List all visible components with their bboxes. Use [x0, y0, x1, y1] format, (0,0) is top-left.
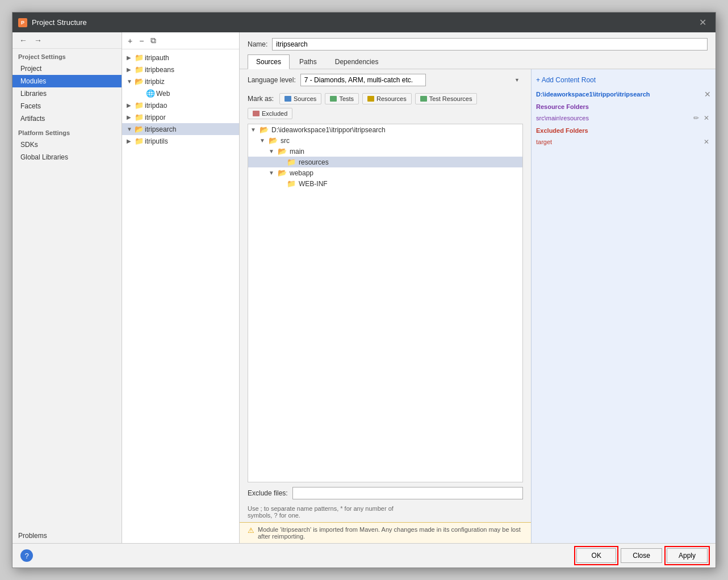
sidebar-item-label: SDKs [20, 141, 38, 149]
sidebar-item-sdks[interactable]: SDKs [12, 138, 122, 151]
file-tree-node-src[interactable]: ▼ 📂 src [248, 135, 522, 146]
module-list: ▶ 📁 itripauth ▶ 📁 itripbeans ▼ 📂 itripbi… [122, 49, 239, 543]
file-tree-node-resources[interactable]: 📁 resources [248, 157, 522, 167]
sidebar-item-problems[interactable]: Problems [12, 528, 122, 543]
tree-node-label: itripsearch [145, 125, 176, 133]
copy-module-button[interactable]: ⧉ [148, 35, 158, 47]
warning-bar: ⚠ Module 'itripsearch' is imported from … [240, 522, 531, 543]
tree-arrow: ▼ [127, 126, 133, 132]
edit-resource-folder-button[interactable]: ✏ [692, 114, 701, 123]
tree-node-label: itriputils [145, 137, 168, 145]
sources-color-icon [284, 96, 291, 102]
tree-arrow: ▶ [127, 66, 133, 73]
back-button[interactable]: ← [17, 35, 30, 46]
tree-node-itrippor[interactable]: ▶ 📁 itrippor [122, 111, 239, 123]
tree-node-itripbiz[interactable]: ▼ 📂 itripbiz [122, 75, 239, 87]
mark-excluded-label: Excluded [262, 110, 287, 117]
language-level-row: Language level: 7 - Diamonds, ARM, multi… [240, 69, 531, 91]
file-tree-label: WEB-INF [299, 180, 328, 188]
file-tree-area: ▼ 📂 D:\ideaworkspace1\itrippor\itripsear… [248, 124, 523, 482]
content-root-header: D:\ideaworkspace1\itrippor\itripsearch ✕ [536, 86, 711, 100]
file-tree-label: webapp [290, 169, 313, 177]
mark-sources-button[interactable]: Sources [279, 93, 321, 104]
test-resources-color-icon [420, 96, 427, 102]
main-content: ← → Project Settings Project Modules Lib… [12, 32, 716, 543]
mark-resources-label: Resources [376, 95, 407, 102]
tree-node-itriputils[interactable]: ▶ 📁 itriputils [122, 135, 239, 147]
folder-icon: 📂 [269, 136, 278, 145]
excluded-folder-entry: target ✕ [536, 136, 711, 148]
remove-excluded-folder-button[interactable]: ✕ [702, 137, 711, 146]
tree-node-label: itripauth [145, 54, 169, 62]
tree-node-itripsearch[interactable]: ▼ 📂 itripsearch [122, 123, 239, 135]
tree-node-label: itripdao [145, 102, 167, 110]
remove-resource-folder-button[interactable]: ✕ [702, 114, 711, 123]
tree-arrow: ▶ [127, 138, 133, 144]
expand-arrow: ▼ [260, 137, 267, 144]
apply-button[interactable]: Apply [667, 548, 708, 563]
sidebar-item-artifacts[interactable]: Artifacts [12, 112, 122, 125]
tree-arrow: ▼ [127, 78, 133, 85]
tree-node-itripdao[interactable]: ▶ 📁 itripdao [122, 99, 239, 111]
ok-button-wrapper: OK [576, 548, 616, 563]
sources-left: Language level: 7 - Diamonds, ARM, multi… [240, 69, 531, 543]
project-structure-dialog: P Project Structure ✕ ← → Project Settin… [12, 12, 716, 568]
add-module-button[interactable]: + [125, 35, 135, 47]
file-tree-node-main[interactable]: ▼ 📂 main [248, 146, 522, 157]
window-close-button[interactable]: ✕ [696, 16, 710, 29]
exclude-files-label: Exclude files: [248, 489, 288, 497]
add-content-root-button[interactable]: + Add Content Root [536, 74, 711, 86]
tab-paths[interactable]: Paths [291, 54, 325, 69]
sidebar-item-label: Facets [20, 102, 41, 110]
exclude-files-input[interactable] [292, 487, 523, 499]
mark-test-resources-button[interactable]: Test Resources [415, 93, 478, 104]
tree-arrow: ▶ [127, 114, 133, 120]
excluded-folder-actions: ✕ [702, 137, 711, 146]
sidebar-item-project[interactable]: Project [12, 62, 122, 75]
tree-node-label: Web [156, 90, 170, 98]
mark-resources-button[interactable]: Resources [362, 93, 412, 104]
web-icon: 🌐 [146, 89, 155, 98]
content-root-close-button[interactable]: ✕ [704, 90, 711, 99]
excluded-color-icon [253, 111, 260, 116]
remove-module-button[interactable]: − [137, 35, 146, 47]
sidebar-item-label: Artifacts [20, 115, 45, 123]
tree-node-itripbeans[interactable]: ▶ 📁 itripbeans [122, 64, 239, 75]
language-select-wrapper: 7 - Diamonds, ARM, multi-catch etc. [300, 74, 523, 86]
mark-tests-button[interactable]: Tests [325, 93, 359, 104]
tree-node-itripauth[interactable]: ▶ 📁 itripauth [122, 52, 239, 64]
sidebar-item-global-libraries[interactable]: Global Libraries [12, 151, 122, 163]
resources-color-icon [367, 96, 374, 102]
sidebar-item-facets[interactable]: Facets [12, 100, 122, 112]
language-level-select[interactable]: 7 - Diamonds, ARM, multi-catch etc. [300, 74, 426, 86]
tab-sources[interactable]: Sources [248, 54, 290, 69]
folder-icon: 📂 [260, 125, 269, 134]
tree-node-web[interactable]: 🌐 Web [122, 87, 239, 99]
sidebar-item-libraries[interactable]: Libraries [12, 87, 122, 100]
sidebar-item-label: Project [20, 65, 41, 73]
sidebar-item-modules[interactable]: Modules [12, 75, 122, 87]
folder-icon: 📁 [287, 179, 296, 188]
tree-node-label: itripbeans [145, 66, 174, 74]
excluded-folders-label: Excluded Folders [536, 124, 711, 136]
tab-dependencies[interactable]: Dependencies [327, 54, 387, 69]
file-tree-label: D:\ideaworkspace1\itrippor\itripsearch [271, 126, 386, 134]
exclude-files-row: Exclude files: [240, 482, 531, 504]
mark-excluded-button[interactable]: Excluded [248, 108, 292, 119]
file-tree-node-webinf[interactable]: 📁 WEB-INF [248, 178, 522, 189]
forward-button[interactable]: → [32, 35, 44, 46]
folder-icon: 📁 [135, 53, 144, 62]
close-dialog-button[interactable]: Close [621, 548, 662, 563]
ok-button[interactable]: OK [576, 548, 616, 563]
title-bar: P Project Structure ✕ [12, 12, 716, 32]
folder-icon: 📂 [135, 125, 144, 133]
file-tree-node-root[interactable]: ▼ 📂 D:\ideaworkspace1\itrippor\itripsear… [248, 124, 522, 135]
file-tree-node-webapp[interactable]: ▼ 📂 webapp [248, 167, 522, 178]
resource-folder-entry: src\main\resources ✏ ✕ [536, 112, 711, 124]
name-input[interactable] [272, 38, 708, 51]
tree-arrow: ▶ [127, 102, 133, 108]
help-button[interactable]: ? [20, 549, 33, 562]
folder-icon: 📂 [278, 147, 287, 155]
bottom-bar: ? OK Close Apply [12, 543, 716, 568]
resource-folder-actions: ✏ ✕ [692, 114, 711, 123]
